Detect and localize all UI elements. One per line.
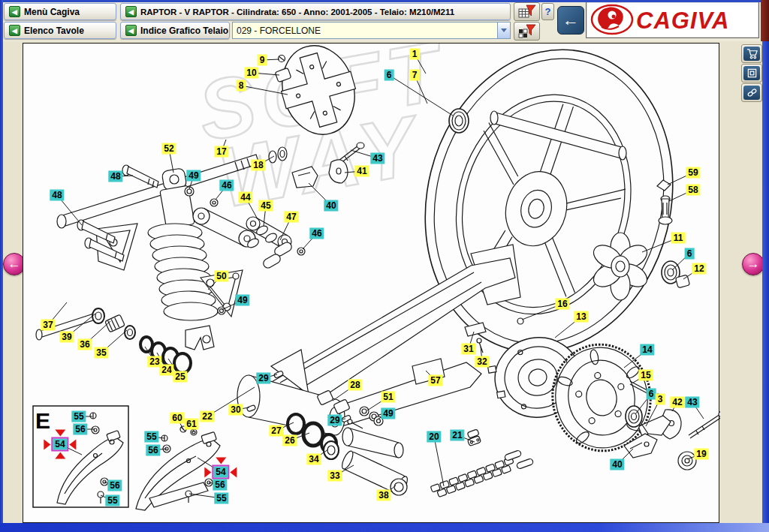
- part-label-1[interactable]: 1: [410, 49, 420, 60]
- part-label-9[interactable]: 9: [258, 55, 267, 66]
- part-label-56[interactable]: 56: [73, 424, 87, 435]
- part-label-59[interactable]: 59: [686, 167, 700, 179]
- help-button[interactable]: ?: [541, 3, 554, 20]
- part-label-47[interactable]: 47: [284, 212, 298, 223]
- part-label-29[interactable]: 29: [327, 415, 342, 426]
- part-label-33[interactable]: 33: [327, 470, 342, 482]
- indice-grafico-button[interactable]: ◀ Indice Grafico Telaio: [120, 22, 230, 39]
- part-label-3[interactable]: 3: [656, 394, 665, 405]
- indice-grafico-label: Indice Grafico Telaio: [140, 26, 228, 36]
- part-label-40[interactable]: 40: [324, 200, 338, 212]
- toolbar: ◀ Menù Cagiva ◀ RAPTOR - V RAPTOR - Cili…: [0, 0, 769, 41]
- part-label-55[interactable]: 55: [214, 493, 228, 504]
- part-label-6[interactable]: 6: [685, 248, 695, 260]
- back-button[interactable]: ←: [557, 6, 584, 35]
- part-label-29[interactable]: 29: [256, 373, 270, 384]
- part-label-10[interactable]: 10: [244, 68, 258, 79]
- part-label-41[interactable]: 41: [354, 166, 369, 177]
- menu-cagiva-label: Menù Cagiva: [24, 7, 80, 17]
- chain-link-icon: [743, 86, 760, 100]
- part-label-35[interactable]: 35: [94, 347, 108, 359]
- part-label-30[interactable]: 30: [228, 404, 243, 416]
- part-label-32[interactable]: 32: [475, 356, 489, 368]
- part-label-6[interactable]: 6: [384, 70, 394, 81]
- part-label-46[interactable]: 46: [309, 228, 324, 239]
- next-page-button[interactable]: →: [742, 253, 764, 275]
- brand-text: CAGIVA: [636, 8, 729, 34]
- part-label-43[interactable]: 43: [370, 153, 384, 164]
- part-label-21[interactable]: 21: [450, 430, 464, 441]
- part-label-37[interactable]: 37: [41, 320, 55, 331]
- part-label-40[interactable]: 40: [610, 459, 624, 470]
- part-label-24[interactable]: 24: [159, 365, 173, 376]
- part-label-54[interactable]: 54: [213, 467, 228, 478]
- window-bottom-bar: [0, 523, 769, 532]
- part-label-36[interactable]: 36: [77, 339, 92, 350]
- part-label-52[interactable]: 52: [161, 143, 176, 155]
- part-label-15[interactable]: 15: [638, 370, 653, 381]
- help-label: ?: [545, 6, 551, 17]
- diagram-canvas[interactable]: SOFT WAY: [23, 43, 719, 523]
- part-label-16[interactable]: 16: [555, 299, 569, 310]
- part-label-6[interactable]: 6: [647, 389, 656, 400]
- link-tool-button[interactable]: [741, 83, 762, 102]
- part-label-48[interactable]: 48: [50, 190, 64, 201]
- part-label-49[interactable]: 49: [235, 295, 249, 306]
- part-label-45[interactable]: 45: [258, 200, 273, 212]
- table-filter-icon: [518, 5, 536, 20]
- part-label-58[interactable]: 58: [686, 185, 700, 196]
- part-label-34[interactable]: 34: [306, 454, 321, 465]
- part-label-14[interactable]: 14: [640, 344, 654, 356]
- part-label-18[interactable]: 18: [251, 160, 265, 171]
- cart-icon: [743, 47, 760, 61]
- part-label-22[interactable]: 22: [200, 411, 214, 422]
- combobox-dropdown-button[interactable]: [497, 23, 510, 38]
- part-label-50[interactable]: 50: [214, 271, 228, 282]
- part-label-56[interactable]: 56: [213, 479, 227, 491]
- part-label-46[interactable]: 46: [219, 180, 234, 191]
- filter-table-button[interactable]: [514, 2, 540, 21]
- cart-tool-button[interactable]: [741, 44, 762, 63]
- part-label-54[interactable]: 54: [53, 439, 67, 450]
- part-label-49[interactable]: 49: [381, 408, 395, 419]
- part-label-55[interactable]: 55: [144, 431, 158, 443]
- part-label-8[interactable]: 8: [237, 80, 246, 92]
- part-label-57[interactable]: 57: [428, 375, 442, 386]
- part-label-39[interactable]: 39: [59, 332, 74, 343]
- part-label-26[interactable]: 26: [282, 435, 297, 446]
- part-label-20[interactable]: 20: [427, 431, 441, 443]
- part-label-43[interactable]: 43: [685, 397, 699, 408]
- model-button[interactable]: ◀ RAPTOR - V RAPTOR - Cilindrata: 650 - …: [120, 3, 511, 20]
- part-label-13[interactable]: 13: [574, 311, 588, 323]
- part-label-42[interactable]: 42: [670, 397, 684, 408]
- part-label-12[interactable]: 12: [692, 263, 706, 275]
- part-label-44[interactable]: 44: [238, 192, 252, 203]
- menu-cagiva-button[interactable]: ◀ Menù Cagiva: [4, 3, 116, 20]
- part-label-55[interactable]: 55: [105, 495, 119, 506]
- elenco-tavole-button[interactable]: ◀ Elenco Tavole: [4, 22, 116, 39]
- part-label-11[interactable]: 11: [671, 233, 686, 244]
- part-label-48[interactable]: 48: [108, 171, 122, 182]
- part-label-7[interactable]: 7: [410, 70, 420, 81]
- part-label-25[interactable]: 25: [173, 371, 187, 383]
- filter-grid-button[interactable]: [514, 22, 540, 41]
- green-back-icon: ◀: [125, 6, 137, 17]
- part-label-28[interactable]: 28: [348, 380, 362, 391]
- part-label-27[interactable]: 27: [269, 425, 283, 437]
- part-label-49[interactable]: 49: [186, 170, 201, 182]
- part-label-56[interactable]: 56: [107, 480, 122, 491]
- window-border-top: [0, 0, 769, 2]
- part-label-51[interactable]: 51: [381, 392, 395, 403]
- part-label-17[interactable]: 17: [214, 146, 228, 158]
- part-label-19[interactable]: 19: [694, 449, 708, 460]
- window-tool-button[interactable]: [741, 64, 762, 83]
- part-label-31[interactable]: 31: [461, 344, 475, 355]
- table-combobox[interactable]: 029 - FORCELLONE: [232, 22, 511, 39]
- part-label-60[interactable]: 60: [170, 413, 184, 424]
- selection-arrow-icon: [55, 452, 65, 459]
- part-label-61[interactable]: 61: [184, 419, 198, 430]
- part-label-56[interactable]: 56: [146, 445, 160, 456]
- part-label-38[interactable]: 38: [376, 490, 391, 501]
- pin: [516, 458, 533, 469]
- part-label-55[interactable]: 55: [71, 411, 86, 422]
